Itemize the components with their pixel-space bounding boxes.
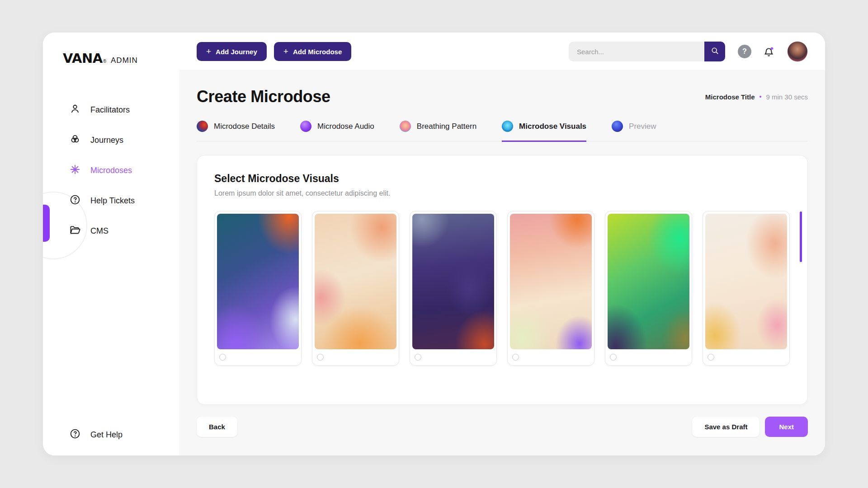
visual-gradient-preview — [705, 214, 787, 349]
help-button[interactable]: ? — [738, 45, 751, 58]
breathing-pattern-icon — [400, 121, 411, 132]
visual-option-3[interactable] — [410, 211, 497, 366]
visual-option-6[interactable] — [703, 211, 790, 366]
tab-label: Microdose Details — [214, 122, 275, 131]
visual-option-1[interactable] — [214, 211, 302, 366]
tab-label: Microdose Visuals — [519, 122, 586, 131]
user-avatar[interactable] — [787, 41, 808, 62]
tab-microdose-visuals[interactable]: Microdose Visuals — [502, 121, 586, 142]
tab-label: Breathing Pattern — [417, 122, 476, 131]
radio-row — [510, 349, 592, 363]
add-microdose-label: Add Microdose — [293, 48, 342, 56]
visual-radio[interactable] — [317, 354, 324, 361]
sidebar-item-help-tickets[interactable]: Help Tickets — [43, 186, 179, 216]
sidebar-item-journeys[interactable]: Journeys — [43, 125, 179, 155]
radio-row — [412, 349, 494, 363]
visual-option-4[interactable] — [507, 211, 594, 366]
visual-option-5[interactable] — [605, 211, 692, 366]
separator-dot: • — [760, 93, 762, 100]
get-help-label: Get Help — [90, 430, 123, 440]
visual-gradient-preview — [412, 214, 494, 349]
sidebar-item-facilitators[interactable]: Facilitators — [43, 95, 179, 125]
plus-icon: + — [206, 47, 211, 56]
radio-row — [217, 349, 299, 363]
add-journey-label: Add Journey — [216, 48, 257, 56]
page-title: Create Microdose — [197, 87, 330, 106]
footer-actions: Back Save as Draft Next — [197, 417, 808, 437]
tab-microdose-details[interactable]: Microdose Details — [197, 121, 275, 142]
sidebar-item-label: CMS — [90, 226, 108, 236]
sidebar: VANA® ADMIN Facilitators Journeys Microd… — [43, 33, 179, 455]
sidebar-item-label: Microdoses — [90, 166, 132, 175]
folder-open-icon — [69, 224, 81, 238]
microdose-meta: Microdose Title • 9 min 30 secs — [705, 93, 808, 101]
visual-radio[interactable] — [512, 354, 519, 361]
tab-preview[interactable]: Preview — [612, 121, 656, 142]
logo-admin-label: ADMIN — [111, 56, 138, 65]
tab-breathing-pattern[interactable]: Breathing Pattern — [400, 121, 476, 142]
sidebar-item-label: Help Tickets — [90, 196, 135, 206]
question-circle-icon — [69, 194, 81, 208]
title-row: Create Microdose Microdose Title • 9 min… — [197, 87, 808, 106]
microdose-audio-icon — [300, 121, 311, 132]
tab-label: Microdose Audio — [317, 122, 374, 131]
registered-mark: ® — [103, 59, 106, 64]
plus-icon: + — [283, 47, 288, 56]
question-glyph: ? — [742, 47, 747, 56]
question-circle-icon — [69, 428, 81, 442]
panel-heading: Select Microdose Visuals — [214, 173, 790, 185]
tab-label: Preview — [629, 122, 656, 131]
next-button[interactable]: Next — [765, 417, 808, 437]
sidebar-nav: Facilitators Journeys Microdoses Help Ti… — [43, 95, 179, 246]
search-button[interactable] — [704, 42, 725, 61]
save-as-draft-button[interactable]: Save as Draft — [692, 417, 760, 437]
microdose-visuals-icon — [502, 121, 513, 132]
logo-wordmark: VANA — [63, 51, 103, 66]
sidebar-item-label: Journeys — [90, 136, 123, 145]
tab-microdose-audio[interactable]: Microdose Audio — [300, 121, 374, 142]
stepper-tabs: Microdose Details Microdose Audio Breath… — [197, 121, 808, 141]
radio-row — [705, 349, 787, 363]
visual-gradient-preview — [315, 214, 396, 349]
sidebar-item-microdoses[interactable]: Microdoses — [43, 155, 179, 186]
search-bar — [569, 42, 725, 61]
vertical-scrollbar[interactable] — [800, 211, 802, 262]
notifications-bell[interactable] — [762, 45, 775, 58]
visuals-panel: Select Microdose Visuals Lorem ipsum dol… — [197, 155, 808, 405]
microdose-details-icon — [197, 121, 208, 132]
get-help-button[interactable]: Get Help — [69, 428, 123, 442]
footer-right-actions: Save as Draft Next — [692, 417, 808, 437]
flower-asterisk-icon — [69, 164, 81, 178]
visual-radio[interactable] — [219, 354, 226, 361]
bell-icon — [762, 45, 775, 58]
search-input[interactable] — [569, 42, 704, 61]
top-bar: + Add Journey + Add Microdose ? — [179, 33, 825, 71]
visual-radio[interactable] — [415, 354, 421, 361]
radio-row — [315, 349, 396, 363]
microdose-duration: 9 min 30 secs — [766, 93, 808, 101]
visual-gradient-preview — [217, 214, 299, 349]
logo: VANA® ADMIN — [43, 51, 179, 66]
main-area: + Add Journey + Add Microdose ? — [179, 33, 825, 455]
sidebar-item-label: Facilitators — [90, 105, 130, 115]
app-window: VANA® ADMIN Facilitators Journeys Microd… — [43, 33, 825, 455]
microdose-title-label: Microdose Title — [705, 93, 755, 101]
visual-gradient-preview — [608, 214, 689, 349]
visual-radio[interactable] — [610, 354, 617, 361]
knot-icon — [69, 133, 81, 147]
page-content: Create Microdose Microdose Title • 9 min… — [179, 71, 825, 455]
visual-option-2[interactable] — [312, 211, 399, 366]
visual-radio[interactable] — [708, 354, 714, 361]
add-journey-button[interactable]: + Add Journey — [197, 42, 267, 61]
back-button[interactable]: Back — [197, 417, 237, 437]
sidebar-item-cms[interactable]: CMS — [43, 216, 179, 246]
visual-gradient-preview — [510, 214, 592, 349]
radio-row — [608, 349, 689, 363]
person-icon — [69, 103, 81, 117]
add-microdose-button[interactable]: + Add Microdose — [274, 42, 351, 61]
preview-icon — [612, 121, 623, 132]
visuals-grid — [214, 211, 790, 366]
panel-subheading: Lorem ipsum dolor sit amet, consectetur … — [214, 189, 790, 197]
search-icon — [710, 46, 720, 57]
